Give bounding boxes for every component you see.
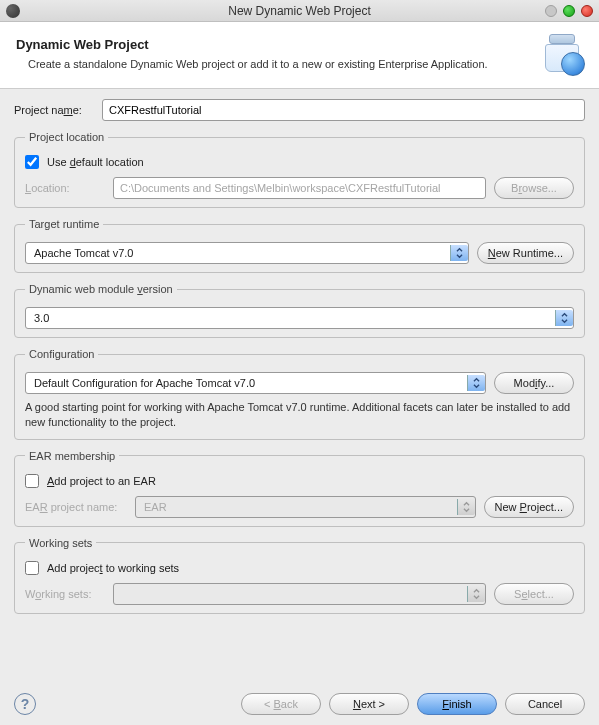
configuration-legend: Configuration xyxy=(25,348,98,360)
wizard-footer: ? < Back Next > Finish Cancel xyxy=(0,693,599,715)
window-controls xyxy=(545,5,593,17)
banner-heading: Dynamic Web Project xyxy=(16,37,541,52)
app-icon xyxy=(6,4,20,18)
ear-project-label: EAR project name: xyxy=(25,501,127,513)
use-default-location-label: Use default location xyxy=(47,156,144,168)
project-location-legend: Project location xyxy=(25,131,108,143)
zoom-button[interactable] xyxy=(563,5,575,17)
target-runtime-legend: Target runtime xyxy=(25,218,103,230)
ear-legend: EAR membership xyxy=(25,450,119,462)
location-label: Location: xyxy=(25,182,105,194)
back-button: < Back xyxy=(241,693,321,715)
next-button[interactable]: Next > xyxy=(329,693,409,715)
ear-project-combo: EAR xyxy=(135,496,476,518)
use-default-location-checkbox[interactable] xyxy=(25,155,39,169)
working-sets-combo xyxy=(113,583,486,605)
project-location-group: Project location Use default location Lo… xyxy=(14,131,585,208)
new-runtime-button[interactable]: New Runtime... xyxy=(477,242,574,264)
module-version-legend: Dynamic web module version xyxy=(25,283,177,295)
chevron-updown-icon xyxy=(467,586,485,602)
chevron-updown-icon xyxy=(450,245,468,261)
project-name-row: Project name: xyxy=(14,99,585,121)
add-to-ear-label: Add project to an EAR xyxy=(47,475,156,487)
chevron-updown-icon xyxy=(467,375,485,391)
add-to-working-sets-label: Add project to working sets xyxy=(47,562,179,574)
cancel-button[interactable]: Cancel xyxy=(505,693,585,715)
working-sets-legend: Working sets xyxy=(25,537,96,549)
select-working-sets-button: Select... xyxy=(494,583,574,605)
banner: Dynamic Web Project Create a standalone … xyxy=(0,22,599,89)
new-ear-project-button[interactable]: New Project... xyxy=(484,496,574,518)
target-runtime-group: Target runtime Apache Tomcat v7.0 New Ru… xyxy=(14,218,585,273)
location-input xyxy=(113,177,486,199)
modify-button[interactable]: Modify... xyxy=(494,372,574,394)
chevron-updown-icon xyxy=(457,499,475,515)
configuration-group: Configuration Default Configuration for … xyxy=(14,348,585,440)
project-name-label: Project name: xyxy=(14,104,94,116)
add-to-working-sets-checkbox[interactable] xyxy=(25,561,39,575)
module-version-combo[interactable]: 3.0 xyxy=(25,307,574,329)
project-name-input[interactable] xyxy=(102,99,585,121)
chevron-updown-icon xyxy=(555,310,573,326)
working-sets-label: Working sets: xyxy=(25,588,105,600)
configuration-combo[interactable]: Default Configuration for Apache Tomcat … xyxy=(25,372,486,394)
wizard-icon xyxy=(541,32,583,74)
add-to-ear-checkbox[interactable] xyxy=(25,474,39,488)
finish-button[interactable]: Finish xyxy=(417,693,497,715)
browse-button: Browse... xyxy=(494,177,574,199)
minimize-button[interactable] xyxy=(545,5,557,17)
ear-group: EAR membership Add project to an EAR EAR… xyxy=(14,450,585,527)
close-button[interactable] xyxy=(581,5,593,17)
configuration-description: A good starting point for working with A… xyxy=(25,400,574,431)
working-sets-group: Working sets Add project to working sets… xyxy=(14,537,585,614)
banner-subtext: Create a standalone Dynamic Web project … xyxy=(28,58,541,70)
titlebar: New Dynamic Web Project xyxy=(0,0,599,22)
help-icon[interactable]: ? xyxy=(14,693,36,715)
target-runtime-combo[interactable]: Apache Tomcat v7.0 xyxy=(25,242,469,264)
module-version-group: Dynamic web module version 3.0 xyxy=(14,283,585,338)
window-title: New Dynamic Web Project xyxy=(0,4,599,18)
